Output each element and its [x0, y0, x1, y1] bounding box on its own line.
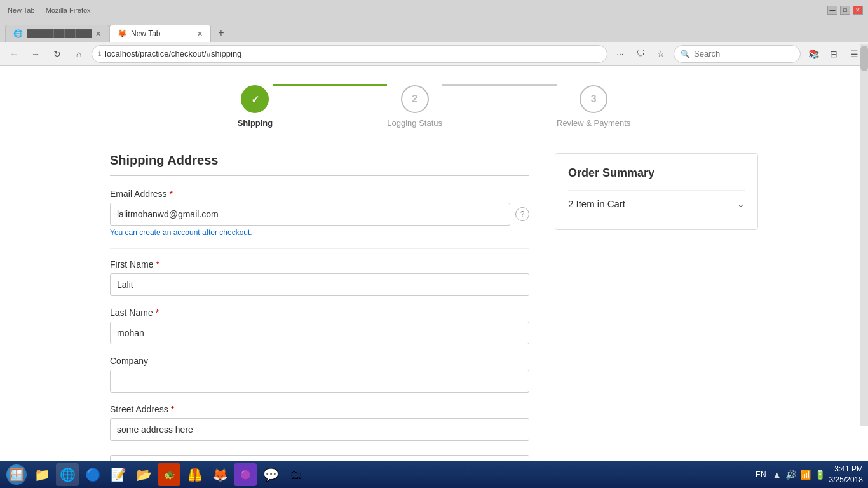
tab-favicon-blurred: 🌐 [13, 29, 23, 38]
taskbar-tray: EN ▲ 🔊 📶 🔋 3:41 PM 3/25/2018 [756, 464, 863, 485]
street-required: * [171, 404, 174, 414]
start-button[interactable]: 🪟 [5, 463, 28, 486]
toolbar-icons: 📚 ⊟ ☰ [804, 45, 863, 63]
tray-time-value: 3:41 PM [829, 464, 863, 475]
nav-actions: ··· 🛡 ☆ [611, 45, 670, 63]
street-group: Street Address * [110, 404, 529, 441]
tab-new[interactable]: 🦊 New Tab ✕ [109, 25, 211, 42]
tabs-bar: 🌐 ████████████ ✕ 🦊 New Tab ✕ + [0, 20, 868, 42]
tray-network-icon[interactable]: 📶 [800, 470, 811, 480]
taskbar-app-vlc[interactable]: 🦺 [183, 463, 206, 486]
more-options-button[interactable]: ··· [611, 45, 629, 63]
tab-close-blurred[interactable]: ✕ [95, 30, 101, 38]
bookmark-button[interactable]: ☆ [652, 45, 670, 63]
step-line-2 [442, 84, 557, 86]
library-icon[interactable]: 📚 [804, 45, 822, 63]
email-group: Email Address * ? You can create an acco… [110, 189, 529, 237]
progress-steps: ✓ Shipping 2 Logging Status 3 [110, 85, 758, 128]
taskbar-app-firefox[interactable]: 🦊 [208, 463, 231, 486]
title-bar: New Tab — Mozilla Firefox — □ ✕ [0, 0, 868, 20]
tab-label-blurred: ████████████ [27, 29, 92, 38]
window-controls: — □ ✕ [827, 6, 863, 15]
company-group: Company [110, 356, 529, 393]
shield-button[interactable]: 🛡 [632, 45, 649, 63]
search-bar[interactable]: 🔍 [674, 45, 801, 63]
email-hint: You can create an account after checkout… [110, 228, 529, 237]
email-label: Email Address * [110, 189, 529, 199]
tray-volume-icon[interactable]: 🔊 [785, 470, 796, 480]
firstname-required: * [156, 259, 159, 269]
windows-logo: 🪟 [6, 464, 27, 485]
reload-button[interactable]: ↻ [48, 45, 66, 63]
last-name-group: Last Name * [110, 308, 529, 344]
taskbar-app-filezilla[interactable]: 📂 [132, 463, 155, 486]
checkout-form: Shipping Address Email Address * ? You c… [110, 153, 529, 461]
first-name-input[interactable] [110, 273, 529, 296]
taskbar-app-svn[interactable]: 🐢 [158, 463, 180, 486]
step-shipping: ✓ Shipping [238, 85, 273, 128]
section-title: Shipping Address [110, 153, 529, 168]
cart-summary-row[interactable]: 2 Item in Cart ⌄ [568, 190, 745, 217]
taskbar-app-archive[interactable]: 🗂 [285, 463, 308, 486]
email-help-icon[interactable]: ? [515, 207, 529, 221]
scrollbar[interactable] [860, 44, 868, 426]
new-tab-button[interactable]: + [212, 24, 230, 42]
street2-input[interactable] [110, 455, 529, 461]
street-input[interactable] [110, 418, 529, 441]
window-title: New Tab — Mozilla Firefox [5, 6, 825, 14]
email-input[interactable] [110, 203, 510, 226]
address-text: localhost/practice/checkout/#shipping [105, 49, 600, 58]
step3-label: Review & Payments [557, 118, 630, 128]
step3-circle: 3 [580, 85, 607, 113]
page-content: ✓ Shipping 2 Logging Status 3 [0, 66, 868, 461]
first-name-label: First Name * [110, 259, 529, 269]
cart-chevron-icon[interactable]: ⌄ [737, 199, 745, 209]
step3-number: 3 [591, 93, 597, 105]
tab-blurred[interactable]: 🌐 ████████████ ✕ [5, 25, 109, 42]
taskbar-app-ie[interactable]: 🔵 [81, 463, 104, 486]
tray-up-arrow[interactable]: ▲ [773, 470, 782, 480]
step1-label: Shipping [238, 118, 273, 128]
maximize-button[interactable]: □ [840, 6, 850, 15]
minimize-button[interactable]: — [827, 6, 837, 15]
tray-battery-icon[interactable]: 🔋 [815, 470, 825, 480]
last-name-label: Last Name * [110, 308, 529, 318]
step-review: 3 Review & Payments [557, 85, 630, 128]
taskbar-app-skype[interactable]: 💬 [259, 463, 282, 486]
search-input[interactable] [694, 49, 783, 58]
tab-favicon-new: 🦊 [118, 29, 127, 38]
home-button[interactable]: ⌂ [70, 45, 88, 63]
taskbar-app-chrome[interactable]: 🌐 [56, 463, 79, 486]
search-icon: 🔍 [681, 50, 690, 58]
back-button[interactable]: ← [5, 45, 23, 63]
scrollbar-thumb[interactable] [860, 46, 868, 71]
address-bar[interactable]: ℹ localhost/practice/checkout/#shipping [92, 45, 607, 63]
taskbar-app-notepad[interactable]: 📝 [107, 463, 130, 486]
sidebar-icon[interactable]: ⊟ [825, 45, 843, 63]
company-label: Company [110, 356, 529, 366]
step2-circle: 2 [401, 85, 429, 113]
street-label: Street Address * [110, 404, 529, 414]
tray-date-value: 3/25/2018 [829, 475, 863, 485]
email-row: ? [110, 203, 529, 226]
browser-window: New Tab — Mozilla Firefox — □ ✕ 🌐 ██████… [0, 0, 868, 488]
cart-item-count: 2 Item in Cart [568, 198, 625, 209]
last-name-input[interactable] [110, 322, 529, 344]
step1-circle: ✓ [241, 85, 269, 113]
tab-close-new[interactable]: ✕ [197, 30, 203, 38]
tray-clock: 3:41 PM 3/25/2018 [829, 464, 863, 485]
checkout-container: ✓ Shipping 2 Logging Status 3 [85, 66, 783, 461]
lastname-required: * [156, 308, 159, 318]
lock-icon: ℹ [98, 50, 101, 58]
forward-button[interactable]: → [27, 45, 44, 63]
step-logging: 2 Logging Status [387, 85, 442, 128]
step2-number: 2 [412, 93, 417, 105]
order-summary-title: Order Summary [568, 166, 745, 180]
taskbar-app-folder[interactable]: 📁 [31, 463, 53, 486]
street2-group [110, 452, 529, 461]
checkout-sidebar: Order Summary 2 Item in Cart ⌄ [555, 153, 758, 461]
taskbar-app-phpstorm[interactable]: 🟣 [234, 463, 257, 486]
close-button[interactable]: ✕ [853, 6, 863, 15]
company-input[interactable] [110, 370, 529, 393]
sub-divider [110, 248, 529, 249]
